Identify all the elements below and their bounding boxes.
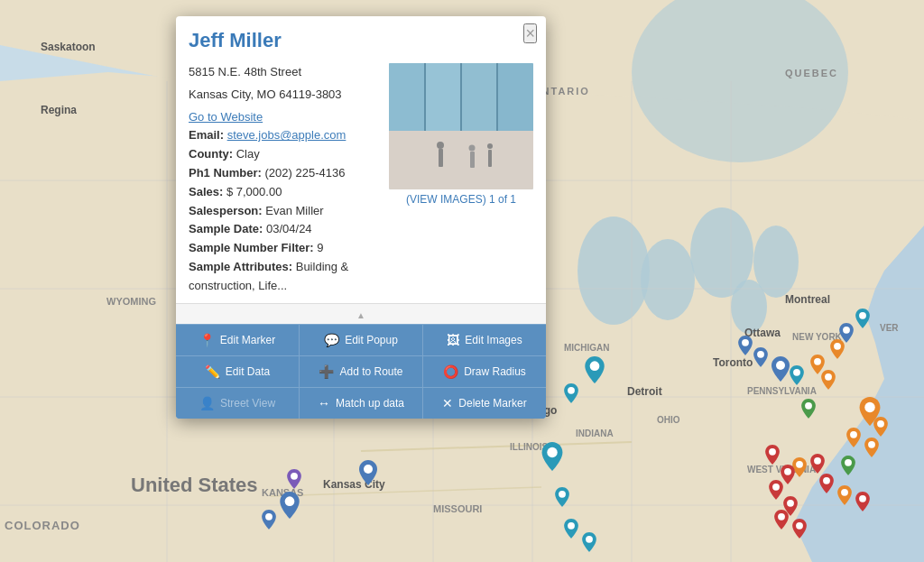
sample-date-label: Sample Date: [189, 222, 263, 235]
sample-number-label: Sample Number Filter: [189, 241, 314, 254]
svg-point-29 [568, 387, 575, 394]
add-to-route-button[interactable]: ➕ Add to Route [300, 356, 423, 387]
person-icon: 👤 [199, 396, 215, 410]
plus-circle-icon: ➕ [319, 364, 334, 379]
chat-bubble-icon: 💬 [324, 333, 339, 347]
marker-green-2[interactable] [841, 456, 855, 475]
svg-point-30 [547, 447, 557, 457]
svg-point-32 [568, 522, 575, 530]
svg-point-47 [868, 441, 875, 448]
popup-actions: 📍 Edit Marker 💬 Edit Popup 🖼 Edit Images… [176, 324, 546, 419]
svg-point-73 [469, 145, 476, 152]
arrows-icon: ↔ [318, 396, 330, 410]
svg-rect-64 [461, 63, 497, 131]
popup-body: 5815 N.E. 48th Street Kansas City, MO 64… [189, 63, 533, 296]
sales-field: Sales: $ 7,000.00 [189, 183, 378, 202]
marker-teal-3[interactable] [541, 442, 563, 471]
marker-red-7[interactable] [855, 492, 870, 511]
marker-blue-e3[interactable] [772, 356, 790, 382]
marker-orange-10[interactable] [837, 485, 852, 505]
email-link[interactable]: steve.jobs@apple.com [227, 128, 346, 142]
close-button[interactable]: × [523, 23, 537, 43]
delete-marker-button[interactable]: ✕ Delete Marker [423, 388, 546, 419]
marker-green-1[interactable] [801, 399, 816, 419]
marker-red-9[interactable] [792, 519, 807, 539]
sales-value: $ 7,000.00 [226, 185, 282, 198]
edit-marker-button[interactable]: 📍 Edit Marker [176, 325, 300, 355]
x-circle-icon: ✕ [442, 396, 453, 410]
pencil-icon: ✏️ [205, 364, 220, 379]
svg-point-22 [364, 465, 373, 474]
svg-point-49 [841, 489, 848, 496]
svg-point-75 [487, 143, 493, 149]
view-images[interactable]: (VIEW IMAGES) 1 of 1 [406, 193, 516, 206]
sample-date-field: Sample Date: 03/04/24 [189, 220, 378, 239]
marker-orange-6[interactable] [873, 417, 888, 437]
email-field: Email: steve.jobs@apple.com [189, 126, 378, 145]
street-view-label: Street View [220, 397, 275, 410]
location-pin-icon: 📍 [199, 333, 215, 347]
marker-red-1[interactable] [765, 445, 780, 465]
popup-image-area: (VIEW IMAGES) 1 of 1 [389, 63, 533, 296]
draw-radius-label: Draw Radius [464, 365, 526, 378]
svg-point-7 [753, 226, 799, 298]
svg-point-33 [586, 536, 593, 543]
sample-attributes-label: Sample Attributes: [189, 260, 292, 273]
marker-teal-4[interactable] [555, 487, 569, 507]
svg-rect-74 [488, 150, 492, 167]
county-label: County: [189, 147, 233, 161]
edit-popup-button[interactable]: 💬 Edit Popup [300, 325, 423, 355]
marker-teal-e1[interactable] [790, 365, 804, 385]
draw-radius-button[interactable]: ⭕ Draw Radius [423, 356, 546, 387]
marker-blue-e1[interactable] [738, 336, 753, 355]
edit-images-button[interactable]: 🖼 Edit Images [423, 325, 546, 355]
match-up-data-button[interactable]: ↔ Match up data [300, 388, 423, 419]
marker-kc-3[interactable] [262, 510, 276, 530]
svg-point-39 [859, 312, 866, 319]
svg-point-60 [796, 522, 803, 530]
svg-point-42 [825, 373, 832, 381]
svg-point-3 [578, 217, 650, 325]
marker-teal-1[interactable] [585, 356, 605, 383]
svg-point-56 [772, 484, 780, 491]
county-value: Clay [236, 147, 260, 161]
marker-orange-4[interactable] [830, 339, 845, 359]
marker-orange-8[interactable] [864, 438, 879, 457]
svg-point-28 [590, 361, 600, 371]
marker-blue-e2[interactable] [753, 347, 768, 367]
street-view-button: 👤 Street View [176, 388, 300, 419]
svg-point-38 [843, 327, 850, 334]
marker-red-3[interactable] [810, 454, 825, 474]
marker-orange-7[interactable] [846, 428, 861, 447]
svg-point-46 [850, 431, 857, 438]
ph1-label: Ph1 Number: [189, 166, 262, 180]
svg-point-59 [778, 513, 785, 521]
svg-rect-62 [389, 63, 425, 131]
marker-teal-5[interactable] [564, 519, 578, 539]
svg-point-71 [437, 142, 444, 149]
image-icon: 🖼 [447, 333, 459, 347]
add-to-route-label: Add to Route [339, 365, 402, 378]
svg-point-25 [291, 473, 298, 480]
salesperson-field: Salesperson: Evan Miller [189, 202, 378, 221]
marker-kc-1[interactable] [359, 460, 377, 485]
svg-point-44 [864, 402, 874, 412]
edit-data-button[interactable]: ✏️ Edit Data [176, 356, 300, 387]
sample-number-field: Sample Number Filter: 9 [189, 239, 378, 258]
svg-point-43 [834, 343, 841, 350]
marker-teal-6[interactable] [582, 532, 596, 552]
marker-purple-1[interactable] [287, 469, 301, 489]
marker-red-4[interactable] [819, 474, 834, 493]
info-popup: × Jeff Miller 5815 N.E. 48th Street Kans… [176, 16, 546, 419]
marker-teal-e2[interactable] [855, 309, 870, 328]
marker-kc-2[interactable] [280, 492, 300, 519]
svg-point-58 [859, 495, 866, 502]
salesperson-label: Salesperson: [189, 204, 263, 217]
marker-red-8[interactable] [774, 510, 789, 530]
marker-red-5[interactable] [769, 480, 783, 500]
marker-teal-2[interactable] [564, 383, 578, 403]
circle-icon: ⭕ [443, 364, 458, 379]
marker-orange-3[interactable] [821, 370, 836, 390]
svg-rect-69 [389, 131, 533, 189]
website-link[interactable]: Go to Website [189, 110, 263, 124]
